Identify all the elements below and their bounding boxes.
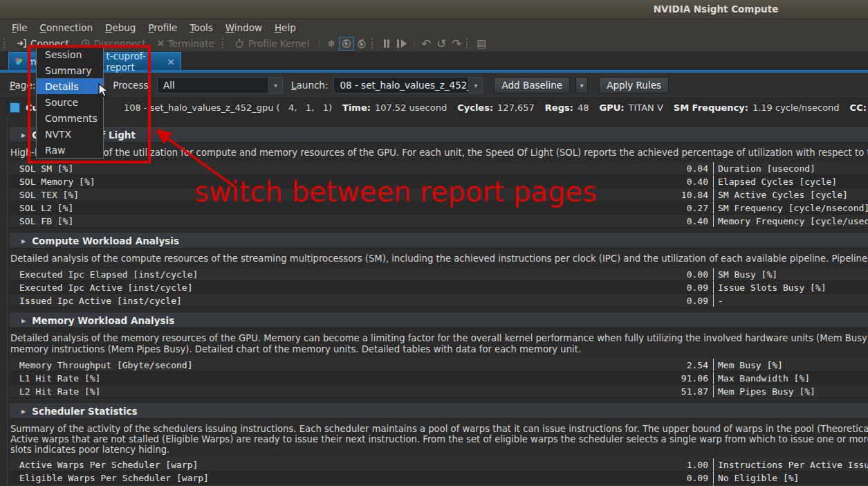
table-row[interactable]: L1 Hit Rate [%] 91.06 Max Bandwidth [%] <box>10 372 868 385</box>
layers-icon[interactable]: ▤ <box>474 37 489 51</box>
chevron-down-icon: ▾ <box>468 78 482 93</box>
column-divider <box>708 215 718 227</box>
section-header[interactable]: ▶ Scheduler Statistics <box>10 404 868 419</box>
table-row[interactable]: Active Warps Per Scheduler [warp] 1.00 I… <box>10 458 868 471</box>
terminate-button[interactable]: Terminate <box>151 36 220 51</box>
kernel-stat: Regs:48 <box>545 102 589 113</box>
metric-name: Executed Ipc Elapsed [inst/cycle] <box>10 269 653 280</box>
description-line: Active warps that are not stalled (Eligi… <box>10 434 868 444</box>
column-divider <box>708 201 718 214</box>
metric-value: 2.54 <box>653 360 708 370</box>
titlebar: NVIDIA Nsight Compute <box>0 0 868 19</box>
table-row[interactable]: SOL FB [%] 0.40 Memory Frequency [cycle/… <box>10 215 868 228</box>
column-divider <box>708 294 718 307</box>
table-row[interactable]: Memory Throughput [Gbyte/second] 2.54 Me… <box>10 359 868 372</box>
menubar-item[interactable]: Window <box>219 21 268 35</box>
freeze-api-icon[interactable]: ❄ <box>324 37 339 51</box>
table-row[interactable]: Eligible Warps Per Scheduler [warp] 0.09… <box>10 471 868 485</box>
column-divider <box>708 385 718 397</box>
table-row[interactable]: L2 Hit Rate [%] 51.87 Mem Pipes Busy [%] <box>10 385 868 398</box>
metric-value: 0.27 <box>653 203 708 213</box>
metric-name-right: Duration [usecond] <box>718 163 868 174</box>
metric-name-right: Memory Frequency [cycle/usecond] <box>718 216 868 226</box>
metric-table: Active Warps Per Scheduler [warp] 1.00 I… <box>10 458 868 486</box>
expand-arrow-icon[interactable]: ▶ <box>21 318 26 324</box>
table-row[interactable]: SOL SM [%] 0.04 Duration [usecond] <box>10 162 868 175</box>
menubar-item[interactable]: Help <box>268 21 302 35</box>
window-title: NVIDIA Nsight Compute <box>622 3 809 15</box>
pause-icon[interactable] <box>379 37 394 51</box>
process-select[interactable]: All ▾ <box>157 77 283 93</box>
step-rewind-icon[interactable]: ↺ <box>434 37 449 51</box>
current-kernel-checkbox[interactable] <box>10 102 20 113</box>
metric-name-right: Max Bandwidth [%] <box>718 373 868 384</box>
stat-value: 48 <box>578 102 589 113</box>
metric-table: Memory Throughput [Gbyte/second] 2.54 Me… <box>10 359 868 398</box>
toolbar-grip[interactable] <box>222 38 225 48</box>
kernel-stat: Cycles:127,657 <box>457 102 535 113</box>
launch-select[interactable]: 08 - set_halo_values_z_452_gpu ▾ <box>333 77 483 93</box>
metric-name-right: Elapsed Cycles [cycle] <box>718 177 868 187</box>
section-scheduler-statistics: ▶ Scheduler Statistics Summary of the ac… <box>10 404 868 486</box>
menubar-item[interactable]: Tools <box>183 21 219 35</box>
metric-name: L1 Hit Rate [%] <box>10 373 653 384</box>
metric-name-right: No Eligible [%] <box>718 473 868 483</box>
metric-value: 1.00 <box>653 460 708 470</box>
tab-close-icon[interactable]: × <box>167 56 175 67</box>
section-header[interactable]: ▶ Memory Workload Analysis <box>10 313 868 328</box>
column-divider <box>708 281 718 294</box>
expand-arrow-icon[interactable]: ▶ <box>21 238 26 244</box>
table-row[interactable]: Executed Ipc Active [inst/cycle] 0.09 Is… <box>10 281 868 294</box>
metric-name: SOL FB [%] <box>10 216 653 226</box>
kernel-name: 108 - set_halo_values_z_452_gpu ( 4, 1, … <box>124 102 332 113</box>
menubar-item[interactable]: File <box>6 21 34 35</box>
stat-label: SM Frequency: <box>674 102 748 113</box>
expand-arrow-icon[interactable]: ▶ <box>21 132 26 138</box>
api-stream-step-icon[interactable] <box>354 37 369 51</box>
column-divider <box>708 372 718 384</box>
metric-name-right: SM Active Cycles [cycle] <box>718 190 868 200</box>
toolbar-grip[interactable] <box>3 38 7 48</box>
nsight-compute-window: NVIDIA Nsight Compute File Connection De… <box>0 0 868 486</box>
metric-value: 0.04 <box>653 163 708 174</box>
toolbar-grip[interactable] <box>371 38 375 48</box>
metric-name: Issued Ipc Active [inst/cycle] <box>10 296 653 306</box>
metric-name: Active Warps Per Scheduler [warp] <box>10 460 653 470</box>
resume-icon[interactable] <box>394 37 409 51</box>
launch-label: Launch: <box>291 80 328 91</box>
metric-name-right: Mem Busy [%] <box>718 360 868 370</box>
metric-value: 0.09 <box>653 296 708 306</box>
menubar: File Connection Debug Profile Tools Wind… <box>0 19 868 35</box>
menubar-item[interactable]: Connection <box>34 21 99 35</box>
toolbar-grip[interactable] <box>466 38 470 48</box>
column-divider <box>708 359 718 371</box>
table-row[interactable]: Issued Ipc Active [inst/cycle] 0.09 - <box>10 294 868 307</box>
section-memory-workload-analysis: ▶ Memory Workload Analysis Detailed anal… <box>10 313 868 398</box>
apply-rules-button[interactable]: Apply Rules <box>599 77 669 93</box>
section-header[interactable]: ▶ Compute Workload Analysis <box>10 233 868 249</box>
stat-label: Time: <box>342 102 371 113</box>
terminate-label: Terminate <box>168 38 214 49</box>
section-title: Memory Workload Analysis <box>32 315 174 326</box>
column-divider <box>708 175 718 188</box>
api-stream-capture-icon[interactable] <box>339 37 354 51</box>
table-row[interactable]: Executed Ipc Elapsed [inst/cycle] 0.00 S… <box>10 268 868 281</box>
metric-name-right: Mem Pipes Busy [%] <box>718 386 868 397</box>
description-line: memory instructions (Mem Pipes Busy). De… <box>10 344 868 355</box>
column-divider <box>708 188 718 201</box>
profile-kernel-icon <box>235 39 245 48</box>
menubar-item[interactable]: Profile <box>142 21 183 35</box>
step-forward-icon[interactable]: ↷ <box>449 37 464 51</box>
metric-value: 10.84 <box>653 190 708 200</box>
profile-kernel-button[interactable]: Profile Kernel <box>230 36 315 51</box>
menubar-item[interactable]: Debug <box>99 21 142 35</box>
expand-arrow-icon[interactable]: ▶ <box>21 408 26 415</box>
metric-value: 0.40 <box>653 177 708 187</box>
add-baseline-button[interactable]: Add Baseline <box>494 77 570 93</box>
metric-name: Executed Ipc Active [inst/cycle] <box>10 282 653 293</box>
step-back-icon[interactable]: ↶ <box>418 37 434 51</box>
nsight-report-icon <box>15 56 23 66</box>
metric-name-right: - <box>718 296 868 306</box>
add-baseline-dropdown-button[interactable]: ▾ <box>575 77 588 93</box>
resume-glyph <box>397 39 407 48</box>
